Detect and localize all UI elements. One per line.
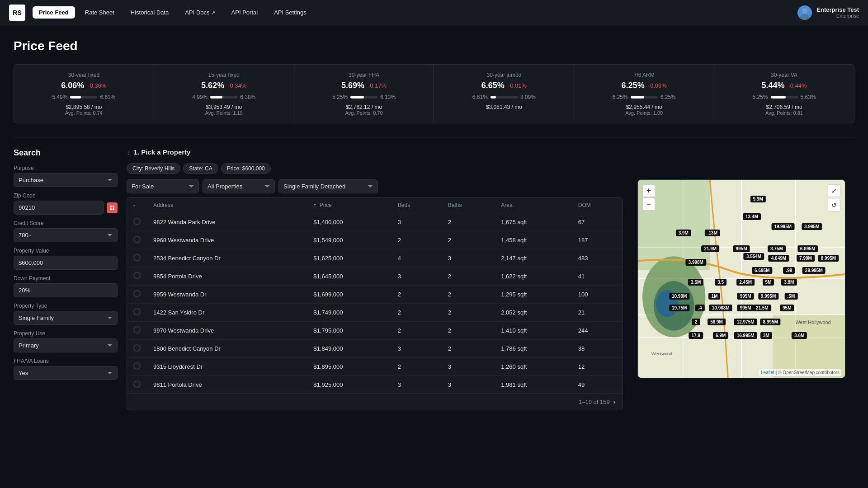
rate-value: 5.69% [341, 81, 364, 90]
down-payment-input[interactable] [14, 283, 118, 297]
property-value-label: Property Value [14, 248, 118, 254]
map-price-label: 10.988M [709, 305, 732, 311]
row-area: 1,458 sqft [495, 231, 572, 249]
row-baths: 2 [442, 304, 495, 322]
row-radio[interactable] [127, 267, 147, 286]
row-dom: 38 [572, 340, 623, 358]
map-reset-btn[interactable]: ↺ [828, 199, 840, 211]
row-beds: 3 [392, 213, 442, 231]
row-radio[interactable] [127, 376, 147, 394]
range-fill [70, 96, 81, 99]
map-box[interactable]: West Hollywood Westwood + − ⤢ ↺ [637, 179, 845, 378]
row-beds: 2 [392, 231, 442, 249]
table-row[interactable]: 9854 Portola Drive $1,645,000 3 2 1,622 … [127, 267, 623, 286]
property-use-select[interactable]: Primary Secondary Investment [14, 338, 118, 352]
table-row[interactable]: 9959 Westwanda Dr $1,699,000 2 2 1,295 s… [127, 286, 623, 304]
map-zoom-in[interactable]: + [642, 184, 655, 197]
range-fill [210, 96, 222, 99]
pagination-next-btn[interactable]: › [613, 399, 615, 405]
leaflet-link[interactable]: Leaflet [761, 370, 774, 375]
map-zoom-controls: + − [642, 184, 655, 211]
row-radio[interactable] [127, 358, 147, 376]
table-row[interactable]: 1800 Benedict Canyon Dr $1,849,000 3 2 1… [127, 340, 623, 358]
purpose-select[interactable]: Purchase Refinance [14, 173, 118, 187]
row-radio[interactable] [127, 231, 147, 249]
table-row[interactable]: 9811 Portola Drive $1,925,000 3 3 1,981 … [127, 376, 623, 394]
table-row[interactable]: 2534 Benedict Canyon Dr $1,625,000 4 3 2… [127, 249, 623, 267]
row-area: 2,052 sqft [495, 304, 572, 322]
row-radio[interactable] [127, 213, 147, 231]
nav-api-portal[interactable]: API Portal [225, 6, 264, 19]
filter-state[interactable]: State: CA [183, 163, 218, 174]
row-dom: 187 [572, 231, 623, 249]
nav-historical-data[interactable]: Historical Data [124, 6, 175, 19]
map-price-label: 9.995M [758, 293, 778, 300]
property-type-select[interactable]: Single Family Condo Multi-Family [14, 311, 118, 325]
filter-city[interactable]: City: Beverly Hills [127, 163, 180, 174]
range-fill [491, 96, 496, 99]
filter-price[interactable]: Price: $600,000 [221, 163, 271, 174]
map-price-label: 8.995M [760, 319, 780, 325]
rate-monthly: $2,782.12 / mo [303, 104, 425, 110]
nav-price-feed[interactable]: Price Feed [33, 6, 75, 19]
svg-rect-2 [110, 206, 112, 207]
range-high: 5.63% [801, 94, 816, 100]
all-properties-select[interactable]: All Properties Residential [203, 179, 275, 193]
row-radio[interactable] [127, 286, 147, 304]
col-price[interactable]: ↑ Price [307, 197, 391, 213]
map-price-label: 10.99M [669, 293, 689, 300]
range-fill [771, 96, 786, 99]
nav-api-docs[interactable]: API Docs [179, 6, 221, 19]
rate-card-main: 6.25% -0.06% [583, 81, 705, 90]
map-price-label: 1M [709, 293, 721, 300]
table-row[interactable]: 9968 Westwanda Drive $1,549,000 2 2 1,45… [127, 231, 623, 249]
row-area: 1,622 sqft [495, 267, 572, 286]
col-beds: Beds [392, 197, 442, 213]
row-baths: 3 [442, 358, 495, 376]
col-area: Area [495, 197, 572, 213]
table-section: For Sale For Rent All Properties Residen… [127, 179, 623, 410]
map-price-label: 29.995M [802, 267, 826, 274]
table-row[interactable]: 9315 Lloydcrest Dr $1,895,000 2 3 1,260 … [127, 358, 623, 376]
row-dom: 21 [572, 304, 623, 322]
table-row[interactable]: 9822 Wanda Park Drive $1,400,000 3 2 1,6… [127, 213, 623, 231]
rate-change: -0.36% [88, 82, 106, 89]
zipcode-input[interactable] [14, 201, 104, 215]
row-radio[interactable] [127, 304, 147, 322]
row-price: $1,625,000 [307, 249, 391, 267]
map-price-label: 3.5 [715, 279, 726, 286]
credit-score-select[interactable]: 780+ 760-779 740-759 [14, 228, 118, 242]
nav-api-settings[interactable]: API Settings [268, 6, 313, 19]
row-radio[interactable] [127, 322, 147, 340]
property-value-input[interactable] [14, 256, 118, 270]
row-address: 9854 Portola Drive [147, 267, 307, 286]
range-high: 6.25% [660, 94, 676, 100]
table-row[interactable]: 1422 San Ysidro Dr $1,749,000 2 2 2,052 … [127, 304, 623, 322]
row-radio[interactable] [127, 340, 147, 358]
rate-card-title: 7/6 ARM [583, 72, 705, 78]
row-radio[interactable] [127, 249, 147, 267]
zipcode-label: Zip Code [14, 192, 118, 199]
row-area: 1,675 sqft [495, 213, 572, 231]
rate-range: 5.49% 6.63% [23, 94, 145, 100]
table-row[interactable]: 9970 Westwanda Drive $1,795,000 2 2 1,41… [127, 322, 623, 340]
range-high: 6.13% [380, 94, 396, 100]
map-price-label: 3.995M [802, 223, 822, 230]
map-price-label: 3M [760, 332, 772, 339]
row-price: $1,849,000 [307, 340, 391, 358]
range-bar [350, 96, 377, 99]
nav-rate-sheet[interactable]: Rate Sheet [79, 6, 121, 19]
map-fullscreen-btn[interactable]: ⤢ [828, 184, 840, 197]
property-subtype-select[interactable]: Single Family Detached Single Family Att… [278, 179, 378, 193]
fhava-select[interactable]: Yes No [14, 366, 118, 380]
user-profile[interactable]: Enterprise Test Enterprise [797, 5, 859, 20]
rate-card-30-year-fixed: 30-year fixed 6.06% -0.36% 5.49% 6.63% $… [14, 65, 154, 123]
map-zoom-out[interactable]: − [642, 198, 655, 211]
row-area: 1,410 sqft [495, 322, 572, 340]
property-section: ↓ 1. Pick a Property City: Beverly Hills… [127, 148, 854, 410]
sale-status-select[interactable]: For Sale For Rent [127, 179, 199, 193]
zipcode-icon[interactable] [107, 202, 118, 213]
range-low: 6.61% [472, 94, 488, 100]
col-radio: - [127, 197, 147, 213]
map-price-label: 21.9M [701, 245, 719, 252]
